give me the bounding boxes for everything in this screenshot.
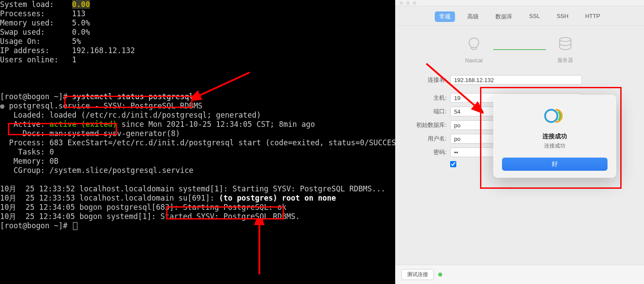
log-line: 10月 25 12:33:53 localhost.localdomain su…: [0, 194, 219, 202]
titlebar: [395, 0, 644, 6]
tab-ssl[interactable]: SSL: [525, 11, 545, 22]
active-label: Active:: [0, 120, 50, 129]
popup-ok-button[interactable]: 好: [502, 158, 608, 171]
connection-diagram: Navicat 服务器: [408, 35, 631, 64]
tasks-line: Tasks: 0: [0, 147, 54, 156]
docs-line: Docs: man:systemd-sysv-generator(8): [0, 129, 180, 138]
log-line: 10月 25 12:34:05 bogon postgresql[683]: S…: [0, 203, 287, 212]
cgroup-line: CGroup: /system.slice/postgresql.service: [0, 166, 193, 175]
svg-point-0: [469, 38, 479, 47]
port-label: 端口:: [408, 108, 450, 115]
user-label: 用户名:: [408, 135, 450, 143]
cursor: [73, 222, 77, 230]
svg-point-2: [545, 110, 557, 122]
stat-value: 113: [72, 9, 86, 18]
terminal-window[interactable]: System load: 0.00 Processes: 113 Memory …: [0, 0, 395, 284]
status-dot: [438, 273, 442, 277]
navicat-icon: [464, 36, 484, 55]
loaded-line: Loaded: loaded (/etc/rc.d/init.d/postgre…: [0, 111, 261, 119]
log-line: 10月 25 12:34:05 bogon systemd[1]: Starte…: [0, 212, 300, 221]
memory-line: Memory: 0B: [0, 157, 58, 165]
stat-value: 0.0%: [72, 28, 90, 36]
popup-subtitle: 连接成功: [502, 142, 608, 150]
pass-label: 密码:: [408, 148, 450, 156]
tab-bar: 常规 高级 数据库 SSL SSH HTTP: [395, 6, 644, 26]
prompt: [root@bogon ~]#: [0, 221, 72, 230]
process-line: Process: 683 ExecStart=/etc/rc.d/init.d/…: [0, 138, 395, 147]
active-since: since Mon 2021-10-25 12:34:05 CST; 8min …: [117, 120, 315, 129]
footer: 测试连接: [395, 265, 644, 284]
navicat-label: Navicat: [465, 58, 483, 64]
prompt: [root@bogon ~]#: [0, 92, 68, 101]
database-icon: [556, 35, 575, 54]
navicat-logo-icon: [542, 104, 567, 128]
stat-value: 192.168.12.132: [72, 46, 135, 55]
stat-label: Processes:: [0, 9, 45, 18]
tab-http[interactable]: HTTP: [581, 11, 604, 22]
stat-value: 1: [72, 55, 76, 64]
stat-label: Swap used:: [0, 28, 45, 36]
test-connection-button[interactable]: 测试连接: [401, 269, 434, 280]
host-label: 主机:: [408, 94, 450, 102]
stat-value: 5.0%: [72, 18, 90, 27]
svg-point-1: [560, 37, 571, 41]
command: systemctl status postgresql: [68, 92, 194, 101]
service-line: postgresql.service - SYSV: PostgreSQL RD…: [9, 101, 203, 110]
tab-general[interactable]: 常规: [435, 11, 455, 22]
stat-value: 5%: [72, 37, 81, 46]
stat-label: IP address:: [0, 46, 50, 55]
active-status: active (exited): [50, 120, 117, 129]
stat-value: 0.00: [72, 0, 90, 9]
stat-label: Memory used:: [0, 18, 54, 27]
stat-label: Users online:: [0, 55, 58, 64]
popup-title: 连接成功: [502, 133, 608, 140]
save-password-checkbox[interactable]: [450, 161, 456, 167]
stat-label: System load:: [0, 0, 54, 9]
tab-database[interactable]: 数据库: [491, 11, 517, 22]
log-line: 10月 25 12:33:52 localhost.localdomain sy…: [0, 184, 386, 193]
server-label: 服务器: [557, 57, 573, 64]
success-dialog: 连接成功 连接成功 好: [493, 95, 616, 178]
conn-name-label: 连接名:: [408, 76, 450, 84]
tab-ssh[interactable]: SSH: [552, 11, 573, 22]
stat-label: Usage On:: [0, 37, 40, 46]
conn-name-input[interactable]: [450, 75, 582, 85]
log-bold: (to postgres) root on none: [219, 194, 336, 202]
tab-advanced[interactable]: 高级: [463, 11, 483, 22]
traffic-lights[interactable]: [400, 1, 416, 5]
initdb-label: 初始数据库:: [408, 121, 450, 129]
connection-line: [493, 49, 546, 50]
terminal-output: System load: 0.00 Processes: 113 Memory …: [0, 0, 395, 230]
